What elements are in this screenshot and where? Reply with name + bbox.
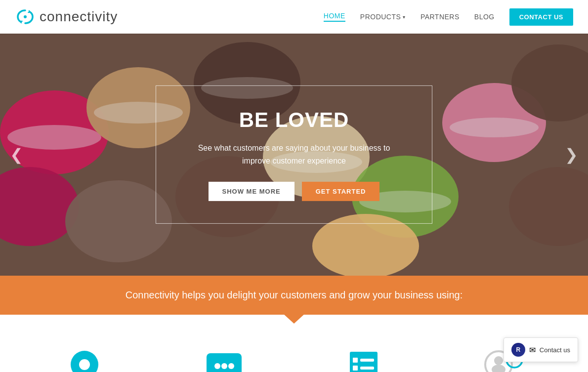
feature-reputation: REPUTATION [155, 339, 294, 372]
svg-rect-32 [353, 358, 358, 363]
svg-point-42 [492, 365, 505, 372]
svg-rect-35 [360, 367, 374, 370]
hero-buttons: SHOW ME MORE GET STARTED [186, 182, 402, 201]
hero-section: BE LOVED See what customers are saying a… [0, 34, 588, 276]
nav-products[interactable]: PRODUCTS ▾ [360, 13, 406, 21]
logo-icon [15, 6, 36, 27]
svg-rect-33 [360, 359, 374, 362]
svg-rect-26 [207, 353, 242, 372]
revain-contact-text: Contact us [540, 346, 570, 354]
svg-point-28 [214, 363, 220, 369]
svg-rect-34 [353, 366, 358, 371]
svg-point-29 [221, 363, 227, 369]
revain-contact-widget[interactable]: R ✉ Contact us [504, 337, 578, 362]
chat-icon [205, 349, 244, 372]
feature-listings: LISTINGS [15, 339, 155, 372]
hero-title: BE LOVED [186, 108, 402, 132]
nav-partners[interactable]: PARTNERS [420, 13, 460, 21]
hero-prev-arrow[interactable]: ❮ [10, 145, 23, 164]
list-icon [344, 349, 383, 372]
orange-band-text: Connectivity helps you delight your cust… [15, 289, 573, 301]
svg-point-30 [228, 363, 234, 369]
envelope-icon: ✉ [529, 345, 536, 355]
get-started-button[interactable]: GET STARTED [302, 182, 380, 201]
svg-point-41 [494, 356, 503, 365]
hero-next-arrow[interactable]: ❯ [565, 145, 578, 164]
feature-customer: CUSTOMER [294, 339, 434, 372]
svg-point-22 [79, 359, 90, 370]
show-me-more-button[interactable]: SHOW ME MORE [209, 182, 294, 201]
logo-area: connectivity [15, 6, 118, 27]
chevron-down-icon: ▾ [403, 14, 406, 20]
revain-logo-icon: R [511, 343, 525, 357]
logo-text: connectivity [40, 9, 118, 25]
hero-overlay-box: BE LOVED See what customers are saying a… [156, 85, 432, 224]
main-nav: HOME PRODUCTS ▾ PARTNERS BLOG CONTACT US [324, 8, 573, 26]
hero-subtitle: See what customers are saying about your… [186, 142, 402, 167]
location-icon [65, 349, 104, 372]
nav-home[interactable]: HOME [324, 12, 345, 22]
header: connectivity HOME PRODUCTS ▾ PARTNERS BL… [0, 0, 588, 34]
orange-arrow-down-icon [283, 314, 305, 324]
nav-blog[interactable]: BLOG [474, 13, 495, 21]
contact-us-button[interactable]: CONTACT US [509, 8, 573, 26]
svg-marker-23 [78, 371, 91, 372]
orange-band: Connectivity helps you delight your cust… [0, 276, 588, 315]
svg-point-0 [24, 15, 27, 18]
